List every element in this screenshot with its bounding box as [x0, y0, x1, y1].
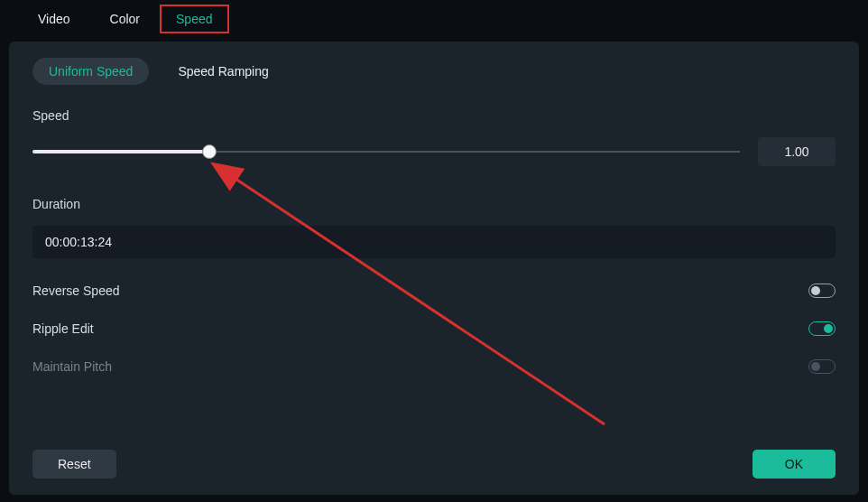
ripple-edit-toggle[interactable] [808, 321, 836, 336]
subtab-uniform-speed[interactable]: Uniform Speed [32, 58, 149, 85]
reverse-speed-toggle[interactable] [808, 284, 836, 298]
duration-label: Duration [32, 197, 836, 211]
sub-tabs: Uniform Speed Speed Ramping [32, 58, 836, 85]
subtab-speed-ramping[interactable]: Speed Ramping [162, 58, 284, 85]
top-tabs: Video Color Speed [0, 0, 868, 38]
reverse-speed-row: Reverse Speed [32, 284, 836, 298]
speed-slider-row: 1.00 [32, 137, 836, 166]
speed-slider[interactable] [32, 150, 740, 153]
tab-color[interactable]: Color [90, 3, 160, 35]
maintain-pitch-row: Maintain Pitch [32, 359, 836, 374]
tab-video[interactable]: Video [18, 3, 90, 35]
maintain-pitch-label: Maintain Pitch [32, 359, 112, 374]
reset-button[interactable]: Reset [32, 450, 116, 479]
maintain-pitch-toggle[interactable] [808, 359, 836, 374]
footer: Reset OK [32, 450, 836, 479]
speed-slider-thumb[interactable] [202, 144, 217, 159]
speed-value[interactable]: 1.00 [758, 137, 836, 166]
tab-speed[interactable]: Speed [160, 5, 228, 33]
duration-input[interactable] [32, 226, 836, 258]
ripple-edit-label: Ripple Edit [32, 321, 94, 336]
speed-label: Speed [32, 108, 836, 123]
speed-panel: Uniform Speed Speed Ramping Speed 1.00 D… [9, 42, 859, 495]
reverse-speed-label: Reverse Speed [32, 284, 120, 298]
ok-button[interactable]: OK [753, 450, 836, 479]
ripple-edit-row: Ripple Edit [32, 321, 836, 336]
svg-line-1 [233, 177, 605, 424]
